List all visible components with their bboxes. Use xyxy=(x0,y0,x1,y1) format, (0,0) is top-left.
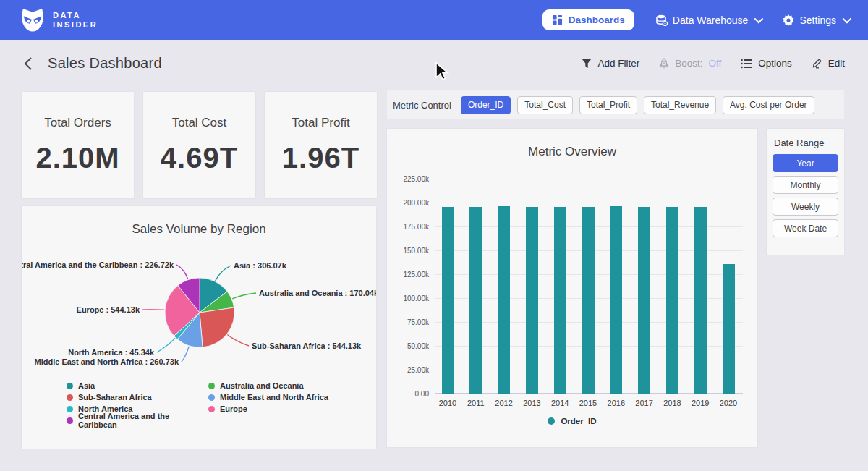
x-axis-tick: 2012 xyxy=(490,399,519,407)
page-title: Sales Dashboard xyxy=(48,55,162,72)
mouse-cursor xyxy=(433,61,451,82)
bar-2010[interactable] xyxy=(442,207,454,394)
pie-legend-item-0[interactable]: Asia xyxy=(67,380,205,391)
y-axis-tick: 75.00k xyxy=(388,318,429,326)
date-range-weekly-button[interactable]: Weekly xyxy=(773,198,838,216)
bar-2019[interactable] xyxy=(694,207,707,394)
bar-2020[interactable] xyxy=(723,264,735,394)
legend-label: Sub-Saharan Africa xyxy=(78,393,152,402)
pie-label-1: Australia and Oceania : 170.04k xyxy=(259,289,376,297)
x-axis-tick: 2018 xyxy=(658,399,686,407)
pie-label-6: Central America and the Caribbean : 226.… xyxy=(22,260,174,269)
metric-button-total-revenue[interactable]: Total_Revenue xyxy=(644,96,716,114)
pie-slice-2[interactable] xyxy=(200,307,234,347)
kpi-card-total-cost: Total Cost 4.69T xyxy=(143,92,255,198)
pie-label-4: North America : 45.34k xyxy=(68,348,155,357)
pie-leader-line xyxy=(227,334,249,346)
legend-label: Asia xyxy=(78,381,95,390)
legend-dot xyxy=(67,417,73,424)
x-axis-tick: 2015 xyxy=(574,399,603,407)
add-filter-button[interactable]: Add Filter xyxy=(582,58,639,69)
x-axis-tick: 2011 xyxy=(461,399,490,407)
chevron-down-icon xyxy=(843,14,852,24)
rocket-icon xyxy=(659,58,669,69)
pie-legend-item-3[interactable]: Middle East and North Africa xyxy=(208,391,328,403)
pie-legend: AsiaAustralia and OceaniaSub-Saharan Afr… xyxy=(67,380,328,426)
kpi-label: Total Cost xyxy=(172,116,227,130)
boost-toggle[interactable]: Boost: Off xyxy=(659,58,721,69)
boost-label: Boost: xyxy=(675,58,702,69)
y-axis-tick: 125.00k xyxy=(388,271,429,279)
metric-button-total-cost[interactable]: Total_Cost xyxy=(517,96,573,114)
legend-dot xyxy=(67,406,73,412)
y-axis-tick: 25.00k xyxy=(388,366,429,374)
metric-button-avg-cost-per-order[interactable]: Avg. Cost per Order xyxy=(723,96,814,114)
brand-logo[interactable]: DATA INSIDER xyxy=(19,8,98,33)
nav-settings[interactable]: Settings xyxy=(783,14,849,26)
bar-chart-card: Metric Overview 0.0025.00k50.00k75.00k10… xyxy=(387,129,757,447)
bar-2015[interactable] xyxy=(582,207,595,394)
legend-dot xyxy=(67,383,73,389)
brand-line2: INSIDER xyxy=(53,20,98,30)
bar-2013[interactable] xyxy=(526,207,538,394)
bar-2017[interactable] xyxy=(638,207,650,394)
kpi-value: 4.69T xyxy=(161,142,238,174)
edit-button[interactable]: Edit xyxy=(812,58,845,69)
pie-legend-item-6[interactable]: Central America and the Caribbean xyxy=(67,415,205,426)
bar-2014[interactable] xyxy=(554,207,566,394)
x-axis-tick: 2020 xyxy=(714,399,743,407)
pie-leader-line xyxy=(142,310,164,310)
chevron-down-icon xyxy=(754,14,764,24)
kpi-card-total-profit: Total Profit 1.96T xyxy=(265,92,377,198)
kpi-label: Total Orders xyxy=(44,116,111,130)
date-range-year-button[interactable]: Year xyxy=(773,154,838,172)
gear-icon xyxy=(783,14,794,26)
date-range-card: Date Range Year Monthly Weekly Week Date xyxy=(767,129,844,255)
legend-dot xyxy=(208,406,215,412)
bar-2018[interactable] xyxy=(666,207,678,394)
top-navbar: DATA INSIDER Dashboards xyxy=(0,0,868,40)
pie-label-5: Europe : 544.13k xyxy=(77,305,140,314)
x-axis-tick: 2017 xyxy=(630,399,659,407)
date-range-week-date-button[interactable]: Week Date xyxy=(773,219,838,237)
gridline xyxy=(435,203,743,203)
brand-line1: DATA xyxy=(53,11,98,20)
date-range-label: Date Range xyxy=(774,137,838,148)
date-range-monthly-button[interactable]: Monthly xyxy=(773,176,838,194)
gridline xyxy=(435,179,743,179)
pencil-icon xyxy=(812,58,822,69)
y-axis-tick: 225.00k xyxy=(388,175,429,183)
legend-dot xyxy=(208,394,215,401)
nav-settings-label: Settings xyxy=(799,14,836,26)
nav-data-warehouse[interactable]: Data Warehouse xyxy=(656,14,762,26)
pie-label-0: Asia : 306.07k xyxy=(234,261,287,270)
nav-dashboards-label: Dashboards xyxy=(569,14,625,25)
legend-label: Order_ID xyxy=(561,417,596,425)
back-button[interactable] xyxy=(23,56,33,72)
bar-2012[interactable] xyxy=(498,206,510,394)
bar-chart[interactable]: 0.0025.00k50.00k75.00k100.00k125.00k150.… xyxy=(387,129,757,447)
metric-control-strip: Metric Control Order_ID Total_Cost Total… xyxy=(387,90,844,119)
legend-dot xyxy=(208,383,215,389)
x-axis-tick: 2014 xyxy=(545,399,574,407)
x-axis-tick: 2019 xyxy=(686,399,715,407)
metric-button-order-id[interactable]: Order_ID xyxy=(461,96,511,114)
y-axis-tick: 150.00k xyxy=(388,247,429,255)
pie-legend-item-2[interactable]: Sub-Saharan Africa xyxy=(67,391,205,403)
database-icon xyxy=(656,14,668,26)
pie-leader-line xyxy=(182,347,189,362)
pie-chart-card: Sales Volume by Region Asia : 306.07kAus… xyxy=(22,206,376,449)
nav-dashboards-button[interactable]: Dashboards xyxy=(542,9,634,30)
metric-button-total-profit[interactable]: Total_Profit xyxy=(579,96,637,114)
bar-2011[interactable] xyxy=(469,207,482,394)
bar-2016[interactable] xyxy=(610,206,622,394)
kpi-value: 2.10M xyxy=(35,142,119,174)
metric-control-label: Metric Control xyxy=(393,100,451,111)
pie-legend-item-1[interactable]: Australia and Oceania xyxy=(208,380,328,391)
pie-legend-item-5[interactable]: Europe xyxy=(208,403,328,415)
y-axis-tick: 200.00k xyxy=(388,199,429,207)
options-button[interactable]: Options xyxy=(741,58,792,69)
edit-label: Edit xyxy=(828,58,845,69)
add-filter-label: Add Filter xyxy=(597,58,639,69)
legend-dot xyxy=(548,417,555,425)
